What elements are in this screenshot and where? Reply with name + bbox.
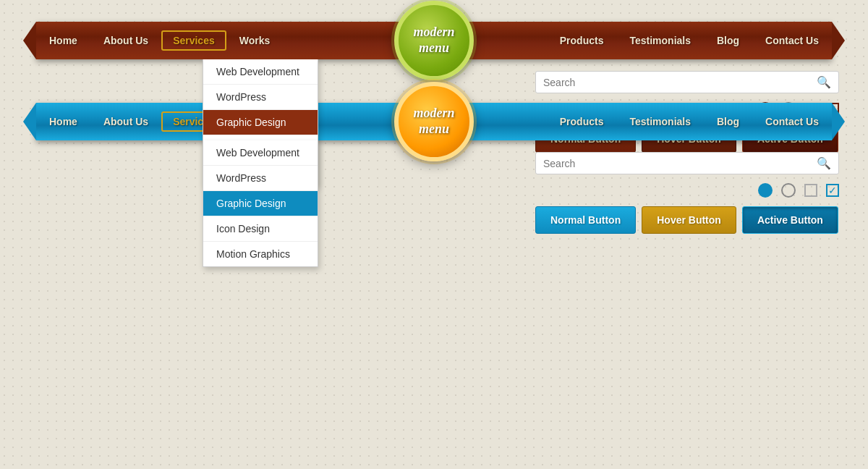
nav-about-blue[interactable]: About Us: [90, 116, 161, 127]
menu-section-brown: Home About Us Services Works modern menu…: [36, 22, 832, 59]
active-button-blue[interactable]: Active Button: [742, 206, 838, 234]
nav-bar-blue: Home About Us Services Works modern menu…: [36, 103, 832, 140]
normal-button-blue[interactable]: Normal Button: [535, 206, 636, 234]
nav-works-brown[interactable]: Works: [226, 35, 284, 46]
nav-contact-blue[interactable]: Contact Us: [752, 116, 832, 127]
search-wrapper-blue[interactable]: 🔍: [535, 152, 839, 174]
dropdown-item-4-blue[interactable]: Motion Graphics: [203, 242, 318, 266]
radio-filled-blue[interactable]: [758, 183, 773, 198]
nav-blog-brown[interactable]: Blog: [704, 35, 752, 46]
dropdown-item-0-blue[interactable]: Web Development: [203, 140, 318, 166]
nav-home-brown[interactable]: Home: [36, 35, 90, 46]
dropdown-item-2-blue[interactable]: Graphic Design: [203, 191, 318, 216]
nav-services-brown[interactable]: Services: [161, 30, 226, 51]
logo-text-blue: modern menu: [413, 106, 454, 137]
nav-left-brown: Home About Us Services Works: [36, 30, 383, 51]
buttons-row-blue: Normal Button Hover Button Active Button: [535, 206, 839, 234]
nav-products-brown[interactable]: Products: [547, 35, 617, 46]
dropdown-blue: Web Development WordPress Graphic Design…: [203, 140, 318, 267]
right-panel-blue: 🔍 ✓ Normal Button Hover Button Active Bu…: [535, 140, 839, 234]
search-input-blue[interactable]: [543, 158, 812, 169]
nav-right-blue: Products Testimonials Blog Contact Us: [485, 116, 832, 127]
nav-contact-brown[interactable]: Contact Us: [752, 35, 832, 46]
dropdown-menu-blue: Web Development WordPress Graphic Design…: [203, 140, 318, 267]
search-icon-blue[interactable]: 🔍: [817, 156, 831, 170]
checkbox-empty-blue[interactable]: [804, 184, 817, 197]
dropdown-item-0-brown[interactable]: Web Development: [203, 59, 318, 85]
search-wrapper-brown[interactable]: 🔍: [535, 71, 839, 93]
logo-brown[interactable]: modern menu: [394, 1, 474, 80]
menu-section-blue: Home About Us Services Works modern menu…: [36, 103, 832, 140]
nav-bar-brown: Home About Us Services Works modern menu…: [36, 22, 832, 59]
dropdown-item-2-brown[interactable]: Graphic Design: [203, 110, 318, 135]
nav-right-brown: Products Testimonials Blog Contact Us: [485, 35, 832, 46]
search-row-brown: 🔍: [535, 71, 839, 93]
logo-blue[interactable]: modern menu: [394, 82, 474, 161]
radio-empty-blue[interactable]: [781, 183, 796, 198]
search-icon-brown[interactable]: 🔍: [817, 75, 831, 89]
controls-row-blue: ✓: [758, 183, 839, 198]
nav-products-blue[interactable]: Products: [547, 116, 617, 127]
nav-testimonials-blue[interactable]: Testimonials: [616, 116, 704, 127]
hover-button-blue[interactable]: Hover Button: [642, 206, 736, 234]
dropdown-item-3-blue[interactable]: Icon Design: [203, 216, 318, 242]
nav-testimonials-brown[interactable]: Testimonials: [616, 35, 704, 46]
checkbox-checked-blue[interactable]: ✓: [826, 184, 839, 197]
nav-about-brown[interactable]: About Us: [90, 35, 161, 46]
dropdown-item-1-blue[interactable]: WordPress: [203, 166, 318, 191]
nav-blog-blue[interactable]: Blog: [704, 116, 752, 127]
nav-home-blue[interactable]: Home: [36, 116, 90, 127]
search-row-blue: 🔍: [535, 152, 839, 174]
logo-text-brown: modern menu: [413, 25, 454, 56]
dropdown-item-1-brown[interactable]: WordPress: [203, 85, 318, 110]
search-input-brown[interactable]: [543, 77, 812, 88]
